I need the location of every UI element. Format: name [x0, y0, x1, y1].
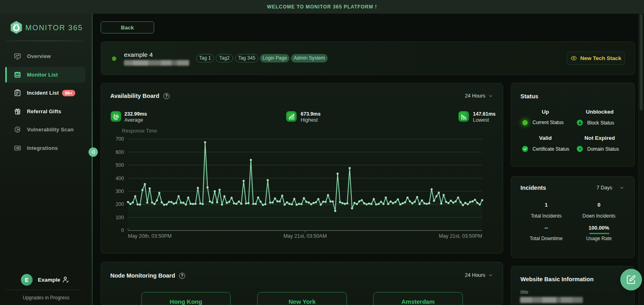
svg-text:400: 400: [116, 176, 124, 181]
svg-text:200: 200: [116, 201, 124, 207]
svg-text:May 21st, 03:50AM: May 21st, 03:50AM: [283, 233, 327, 239]
svg-text:600: 600: [116, 149, 124, 155]
svg-text:May 21st, 03:50PM: May 21st, 03:50PM: [439, 233, 482, 239]
svg-text:0: 0: [121, 228, 124, 233]
svg-text:700: 700: [116, 136, 124, 142]
svg-text:500: 500: [116, 162, 124, 168]
svg-text:May 20th, 03:50PM: May 20th, 03:50PM: [128, 233, 171, 239]
svg-text:100: 100: [116, 215, 124, 220]
svg-text:300: 300: [116, 189, 124, 194]
